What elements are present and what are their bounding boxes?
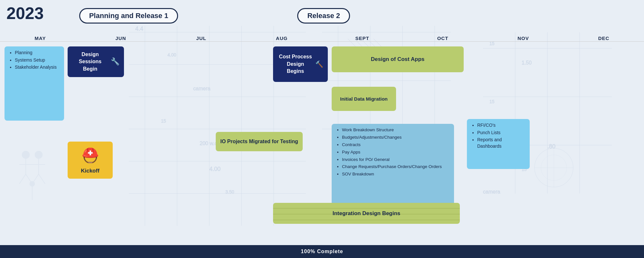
month-nov: NOV bbox=[483, 35, 564, 41]
main-container: 2023 Planning and Release 1 Release 2 MA… bbox=[0, 0, 644, 245]
design-sessions-label: Design Sessions Begin bbox=[72, 51, 108, 73]
feature-5: Invoices for PO/ General bbox=[342, 157, 450, 163]
io-projects-card: IO Projects Migrated for Testing bbox=[216, 132, 303, 151]
release2-bubble: Release 2 bbox=[297, 8, 350, 24]
integration-card: Integration Design Begins bbox=[273, 203, 460, 224]
dec-features-card: RFI/CO's Punch Lists Reports and Dashboa… bbox=[467, 119, 530, 169]
timeline-area: MAY JUN JUL AUG SEPT OCT NOV DEC bbox=[0, 35, 644, 245]
footer-bar: 100% Complete bbox=[0, 245, 644, 258]
design-sessions-card: Design Sessions Begin 🔧 bbox=[68, 46, 124, 77]
dec-features-list: RFI/CO's Punch Lists Reports and Dashboa… bbox=[471, 122, 525, 149]
month-may: MAY bbox=[0, 35, 80, 41]
month-dec: DEC bbox=[564, 35, 644, 41]
design-cost-apps-label: Design of Cost Apps bbox=[371, 55, 425, 63]
planning-list: Planning Systems Setup Stakeholder Analy… bbox=[9, 50, 60, 71]
feature-1: Work Breakdown Structure bbox=[342, 127, 450, 133]
kickoff-label: Kickoff bbox=[81, 167, 99, 175]
dec-feature-3: Reports and Dashboards bbox=[477, 137, 525, 149]
dec-feature-1: RFI/CO's bbox=[477, 122, 525, 129]
planning-item-3: Stakeholder Analysis bbox=[15, 64, 60, 71]
footer-text: 100% Complete bbox=[301, 249, 343, 254]
cost-process-card: Cost Process Design Begins 🔨 bbox=[273, 46, 328, 82]
planning-item-1: Planning bbox=[15, 50, 60, 56]
features-list: Work Breakdown Structure Budgets/Adjustm… bbox=[336, 127, 450, 177]
feature-2: Budgets/Adjustments/Changes bbox=[342, 134, 450, 141]
design-cost-apps-card: Design of Cost Apps bbox=[332, 46, 464, 72]
header-row: 2023 Planning and Release 1 Release 2 bbox=[0, 0, 644, 35]
wrench-icon: 🔧 bbox=[111, 57, 119, 67]
io-projects-label: IO Projects Migrated for Testing bbox=[220, 138, 298, 145]
feature-3: Contracts bbox=[342, 142, 450, 148]
helmet-icon: ⛑️ bbox=[81, 145, 99, 165]
month-aug: AUG bbox=[242, 35, 322, 41]
planning-card: Planning Systems Setup Stakeholder Analy… bbox=[5, 46, 64, 121]
initial-data-label: Initial Data Migration bbox=[340, 95, 388, 102]
kickoff-card: ⛑️ Kickoff bbox=[68, 142, 113, 179]
feature-4: Pay Apps bbox=[342, 149, 450, 155]
feature-6: Change Requests/Purchase Orders/Change O… bbox=[342, 164, 450, 170]
month-jul: JUL bbox=[161, 35, 242, 41]
year-label: 2023 bbox=[6, 5, 44, 22]
month-oct: OCT bbox=[402, 35, 483, 41]
feature-7: SOV Breakdown bbox=[342, 171, 450, 177]
release1-bubble: Planning and Release 1 bbox=[79, 8, 178, 24]
dec-feature-2: Punch Lists bbox=[477, 130, 525, 136]
month-jun: JUN bbox=[80, 35, 161, 41]
months-row: MAY JUN JUL AUG SEPT OCT NOV DEC bbox=[0, 35, 644, 42]
integration-label: Integration Design Begins bbox=[333, 210, 401, 217]
tools-icon: 🔨 bbox=[315, 60, 323, 69]
cost-process-label: Cost Process Design Begins bbox=[278, 53, 313, 75]
planning-item-2: Systems Setup bbox=[15, 57, 60, 64]
initial-data-card: Initial Data Migration bbox=[332, 87, 396, 111]
month-sept: SEPT bbox=[322, 35, 402, 41]
